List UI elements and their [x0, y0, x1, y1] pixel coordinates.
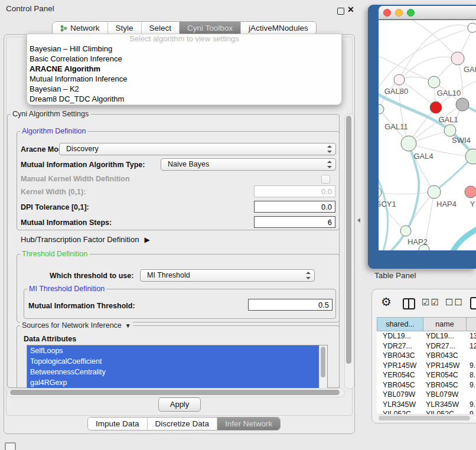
network-node[interactable] [430, 102, 442, 113]
gear-icon[interactable]: ⚙ [381, 295, 392, 309]
network-node[interactable] [465, 186, 476, 198]
network-node[interactable] [400, 226, 411, 236]
table-cell[interactable]: YLR345W [377, 400, 423, 410]
settings-vertical-scrollbar[interactable] [344, 113, 354, 389]
network-node[interactable] [379, 105, 384, 114]
table-cell[interactable]: YBR045C [423, 380, 467, 390]
aracne-mode-combobox[interactable]: Discovery [59, 143, 336, 155]
apply-button[interactable]: Apply [158, 397, 201, 412]
table-cell[interactable]: YDR27... [423, 341, 467, 351]
show-columns-icon[interactable] [403, 298, 415, 309]
column-header-shared-name[interactable]: shared... [377, 317, 423, 331]
table-cell[interactable]: YBR043C [377, 351, 423, 361]
list-item-selected[interactable]: BetweennessCentrality [27, 367, 319, 377]
table-cell[interactable]: YLR345W [423, 400, 467, 410]
which-threshold-combobox[interactable]: MI Threshold [140, 269, 315, 282]
table-cell[interactable]: 9. [467, 400, 476, 410]
table-function-icon[interactable] [470, 297, 476, 309]
tab-impute-data[interactable]: Impute Data [88, 418, 148, 430]
table-cell[interactable]: 8. [467, 370, 476, 380]
tab-style[interactable]: Style [108, 22, 142, 34]
network-canvas[interactable]: GALGAL80GAL10GAL1SWI4GAL11GAL4HAP4YGCY1H… [379, 20, 476, 250]
tab-select[interactable]: Select [142, 22, 180, 34]
table-cell[interactable]: YPR145W [377, 361, 423, 371]
network-node[interactable] [468, 23, 476, 32]
list-item-selected[interactable]: TopologicalCoefficient [27, 356, 319, 367]
network-edge[interactable] [379, 193, 406, 231]
float-panel-icon[interactable] [337, 8, 344, 15]
dpi-tolerance-field[interactable] [254, 201, 335, 213]
network-node[interactable] [451, 52, 464, 65]
table-cell[interactable]: 12 [467, 341, 476, 351]
table-cell[interactable]: YDR27... [377, 341, 423, 351]
splitter-grabber-icon[interactable] [357, 218, 360, 223]
column-header-name[interactable]: name [423, 317, 467, 331]
popup-item[interactable]: Bayesian – Hill Climbing [27, 44, 341, 54]
table-cell[interactable]: YBL079W [423, 390, 467, 400]
popup-item-highlighted[interactable]: ARACNE Algorithm [27, 64, 341, 74]
hub-definition-expander[interactable]: Hub/Transcription Factor Definition▶ [21, 234, 150, 246]
network-node[interactable] [444, 125, 456, 136]
network-edge[interactable] [399, 57, 458, 80]
tab-cyni-toolbox[interactable]: Cyni Toolbox [180, 22, 241, 34]
mi-threshold-field[interactable] [248, 299, 332, 311]
network-node[interactable] [428, 185, 441, 198]
table-row[interactable]: YER054CYER054C8. [377, 370, 476, 380]
table-row[interactable]: YBR045CYBR045C9. [377, 380, 476, 390]
network-edge[interactable] [450, 227, 476, 250]
network-node[interactable] [428, 76, 440, 88]
close-panel-icon[interactable]: ✕ [347, 5, 354, 14]
network-node[interactable] [401, 136, 416, 151]
horizontal-scrollbar-thumb[interactable] [10, 390, 340, 395]
network-edge[interactable] [409, 144, 434, 192]
network-edge[interactable] [458, 58, 462, 105]
collapsed-panel-icon[interactable] [5, 442, 16, 450]
mi-type-combobox[interactable]: Naive Bayes [161, 158, 336, 171]
network-edge[interactable] [399, 25, 472, 80]
close-window-icon[interactable] [383, 9, 391, 17]
table-cell[interactable]: YBR045C [377, 380, 423, 390]
network-node[interactable] [456, 98, 469, 111]
table-row[interactable]: YDR27...YDR27...12 [377, 341, 476, 351]
tab-discretize-data[interactable]: Discretize Data [148, 418, 218, 430]
table-row[interactable]: YBL079WYBL079W [377, 390, 476, 400]
table-cell[interactable] [467, 351, 476, 361]
settings-horizontal-scrollbar[interactable] [7, 388, 345, 397]
list-item-selected[interactable]: gal4RGexp [27, 377, 319, 388]
table-cell[interactable]: YBR043C [423, 351, 467, 361]
table-cell[interactable]: 13 [467, 331, 476, 341]
list-item-selected[interactable]: SelfLoops [27, 345, 319, 356]
table-cell[interactable]: YPR145W [423, 361, 467, 371]
manual-kernel-checkbox[interactable] [321, 175, 330, 184]
table-cell[interactable] [467, 390, 476, 400]
sources-group-title[interactable]: Sources for Network Inference▼ [20, 321, 133, 330]
popup-item[interactable]: Mutual Information Inference [27, 74, 341, 84]
table-cell[interactable]: YBL079W [377, 390, 423, 400]
table-row[interactable]: YBR043CYBR043C [377, 351, 476, 361]
tab-network[interactable]: Network [53, 22, 108, 34]
vertical-scrollbar-thumb[interactable] [346, 116, 351, 364]
popup-item[interactable]: Basic Correlation Inference [27, 54, 341, 64]
tab-jactivemnodules[interactable]: jActiveMNodules [241, 22, 316, 34]
network-edge[interactable] [379, 192, 434, 194]
list-scrollbar-thumb[interactable] [321, 347, 325, 377]
popup-item[interactable]: Bayesian – K2 [27, 84, 341, 94]
table-horizontal-scrollbar[interactable] [377, 414, 475, 422]
network-edge[interactable] [379, 171, 388, 250]
table-cell[interactable]: YDL19... [377, 331, 423, 341]
select-all-icon[interactable]: ☑☑ [422, 297, 440, 308]
deselect-all-icon[interactable]: ☐☐ [445, 297, 464, 308]
table-cell[interactable]: YDL19... [423, 331, 467, 341]
network-window-titlebar[interactable] [379, 6, 476, 19]
list-scrollbar[interactable] [319, 345, 327, 388]
minimize-window-icon[interactable] [395, 9, 403, 17]
kernel-width-field[interactable] [254, 185, 335, 197]
column-header-cut[interactable] [466, 317, 476, 331]
table-cell[interactable]: 9. [467, 380, 476, 390]
network-node[interactable] [394, 74, 405, 85]
table-cell[interactable]: 9. [467, 361, 476, 371]
table-row[interactable]: YPR145WYPR145W9. [377, 361, 476, 371]
zoom-window-icon[interactable] [407, 9, 415, 17]
table-cell[interactable]: YER054C [377, 370, 423, 380]
popup-item[interactable]: Dream8 DC_TDC Algorithm [27, 94, 341, 104]
